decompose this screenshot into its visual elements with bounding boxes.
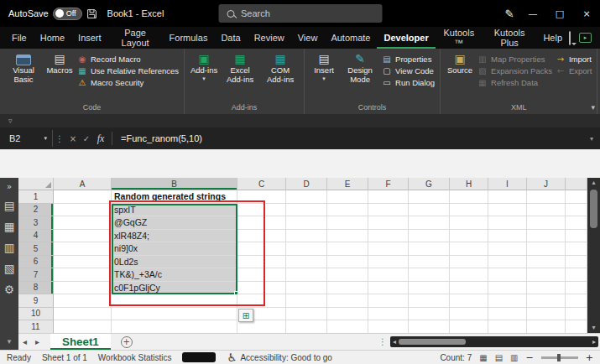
name-box[interactable]: B2 ▾ [4,130,53,147]
cell-E9[interactable] [327,294,368,308]
insert-control-button[interactable]: ▤ Insert ▾ [308,50,340,103]
cell-F5[interactable] [368,242,409,256]
cell-E4[interactable] [327,230,368,243]
cell-E2[interactable] [327,204,368,217]
cell-D10[interactable] [286,308,327,321]
insert-function-button[interactable]: fx [93,133,108,145]
cell-J1[interactable] [527,190,566,204]
column-header-I[interactable]: I [488,178,527,190]
cell-F8[interactable] [368,282,409,295]
cell-J7[interactable] [527,268,566,282]
close-button[interactable]: × [573,0,600,27]
autosave-toggle[interactable]: Off [53,8,82,20]
select-all-corner[interactable] [18,178,54,190]
column-header-C[interactable]: C [237,178,286,190]
cell-E8[interactable] [327,282,368,295]
cell-A7[interactable] [54,268,112,282]
draw-button[interactable]: ✎ [499,0,519,27]
cell-E1[interactable] [327,190,368,204]
cell-E7[interactable] [327,268,368,282]
column-header-G[interactable]: G [409,178,450,190]
row-header-1[interactable]: 1 [18,190,54,204]
export-button[interactable]: ← Export [554,66,593,75]
cell-I9[interactable] [488,294,527,308]
cell-A6[interactable] [54,256,112,269]
tab-page-layout[interactable]: Page Layout [108,27,163,49]
cancel-button[interactable]: × [66,134,80,143]
cell-C7[interactable] [237,268,286,282]
tab-kutools[interactable]: Kutools ™ [436,27,483,49]
cell-H6[interactable] [450,256,488,269]
cell-J5[interactable] [527,242,566,256]
cell-G10[interactable] [409,308,450,321]
cell-B4[interactable]: xlR48Z4; [112,230,237,243]
cell-J8[interactable] [527,282,566,295]
row-header-6[interactable]: 6 [18,256,54,269]
ribbon-pin-icon[interactable]: ▿ [8,117,13,125]
cell-A5[interactable] [54,242,112,256]
vertical-scrollbar[interactable]: ▴ ▾ [587,178,600,333]
cell-I11[interactable] [488,320,527,333]
cell-C3[interactable] [237,216,286,230]
cell-I8[interactable] [488,282,527,295]
record-macro-button[interactable]: ◉ Record Macro [76,55,180,64]
row-header-4[interactable]: 4 [18,230,54,243]
cell-H1[interactable] [450,190,488,204]
cell-G7[interactable] [409,268,450,282]
tab-kutools-plus[interactable]: Kutools Plus [483,27,536,49]
scroll-up-icon[interactable]: ▴ [592,178,595,188]
cell-F6[interactable] [368,256,409,269]
import-button[interactable]: → Import [554,55,593,64]
cell-C9[interactable] [237,294,286,308]
cell-A11[interactable] [54,320,112,333]
autofill-options-button[interactable]: ⊞ [238,309,253,322]
cell-J10[interactable] [527,308,566,321]
sheet-tab-sheet1[interactable]: Sheet1 [50,334,111,350]
macros-button[interactable]: ▤ Macros [44,50,76,103]
cell-D6[interactable] [286,256,327,269]
cell-E10[interactable] [327,308,368,321]
map-properties-button[interactable]: ▥ Map Properties [476,55,554,64]
cell-J6[interactable] [527,256,566,269]
search-box[interactable]: Search [218,4,382,23]
refresh-data-button[interactable]: ▦ Refresh Data [476,78,554,87]
cell-F4[interactable] [368,230,409,243]
cell-G1[interactable] [409,190,450,204]
cell-I10[interactable] [488,308,527,321]
sheet-nav-right-icon[interactable]: ▸ [31,337,44,346]
autosave-control[interactable]: AutoSave Off [8,8,82,20]
cell-J2[interactable] [527,204,566,217]
clipboard-pane-icon[interactable]: ▥ [4,242,15,254]
scroll-right-icon[interactable]: ▸ [590,338,598,346]
cell-B2[interactable]: spxIT [112,204,237,217]
cell-E5[interactable] [327,242,368,256]
cell-C2[interactable] [237,204,286,217]
cell-D2[interactable] [286,204,327,217]
com-addins-button[interactable]: ▦ COM Add-ins [260,50,300,103]
cell-D8[interactable] [286,282,327,295]
tab-review[interactable]: Review [248,27,291,49]
zoom-slider-thumb[interactable] [557,354,561,361]
expand-pane-icon[interactable]: » [7,182,12,191]
sidebar-collapse-icon[interactable]: ▾ [8,337,12,350]
new-sheet-button[interactable]: + [121,336,133,348]
scroll-down-icon[interactable]: ▾ [592,323,595,333]
zoom-in-button[interactable]: + [586,352,593,363]
cell-B10[interactable] [112,308,237,321]
run-dialog-button[interactable]: ▭ Run Dialog [380,78,436,87]
zoom-out-button[interactable]: − [526,352,534,363]
cell-B7[interactable]: TK&)_+3A/c [112,268,237,282]
cell-D7[interactable] [286,268,327,282]
workbook-statistics-button[interactable]: Workbook Statistics [98,353,172,362]
scroll-left-icon[interactable]: ◂ [390,338,399,346]
cell-J3[interactable] [527,216,566,230]
cell-D1[interactable] [286,190,327,204]
column-header-J[interactable]: J [527,178,566,190]
macro-security-button[interactable]: ⚠ Macro Security [76,78,180,87]
cell-B8[interactable]: c0F1pGljCy [112,282,237,295]
excel-addins-button[interactable]: ▦ Excel Add-ins [220,50,260,103]
cell-H9[interactable] [450,294,488,308]
cell-A4[interactable] [54,230,112,243]
cell-I5[interactable] [488,242,527,256]
column-header-E[interactable]: E [327,178,368,190]
